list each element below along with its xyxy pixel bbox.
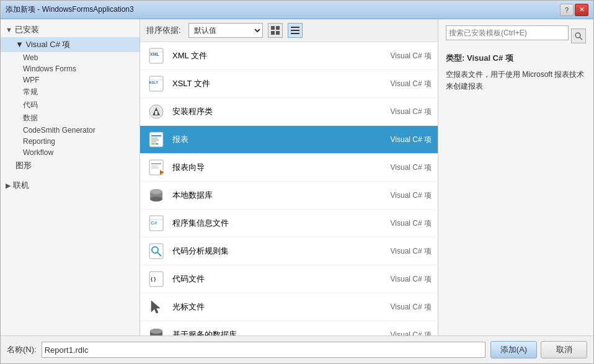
item-name: 光标文件 [172, 301, 370, 313]
sort-label: 排序依据: [146, 25, 181, 36]
svg-rect-35 [149, 244, 163, 259]
sidebar-installed-header[interactable]: ▼ 已安装 [1, 22, 140, 37]
linji-label: 联机 [13, 180, 29, 191]
svg-rect-0 [271, 26, 275, 30]
sidebar-linji-header[interactable]: ▶ 联机 [1, 178, 140, 193]
collapse-arrow-icon: ▼ [6, 26, 12, 33]
item-type: Visual C# 项 [370, 51, 432, 61]
list-item-report[interactable]: 报表 Visual C# 项 [140, 126, 438, 154]
report-wizard-icon [146, 158, 166, 177]
grid-view-button[interactable] [268, 23, 283, 38]
item-type: Visual C# 项 [370, 79, 432, 89]
list-item[interactable]: XSLT XSLT 文件 Visual C# 项 [140, 70, 438, 98]
name-label: 名称(N): [7, 344, 37, 355]
sidebar-item-codesmith[interactable]: CodeSmith Generator [1, 125, 140, 136]
title-bar-text: 添加新项 - WindowsFormsApplication3 [6, 4, 134, 15]
svg-text:XSLT: XSLT [149, 81, 158, 84]
item-type: Visual C# 项 [370, 302, 432, 313]
name-input[interactable] [42, 342, 485, 358]
info-panel: 类型: Visual C# 项 空报表文件，用于使用 Microsoft 报表技… [438, 19, 593, 335]
item-name: 代码文件 [172, 273, 370, 285]
svg-rect-1 [276, 26, 280, 30]
csharp-arrow-icon: ▼ [16, 40, 25, 49]
list-item[interactable]: { } 代码文件 Visual C# 项 [140, 265, 438, 293]
analysis-icon [146, 241, 166, 261]
info-description: 空报表文件，用于使用 Microsoft 报表技术来创建报表 [446, 69, 586, 92]
svg-rect-2 [271, 31, 275, 35]
list-item[interactable]: 本地数据库 Visual C# 项 [140, 182, 438, 210]
help-button[interactable]: ? [560, 4, 574, 16]
svg-rect-17 [151, 135, 161, 136]
item-name: XML 文件 [172, 50, 370, 61]
close-button[interactable]: ✕ [575, 4, 588, 16]
sidebar-item-data[interactable]: 数据 [1, 112, 140, 125]
svg-rect-4 [291, 27, 299, 28]
item-type: Visual C# 项 [370, 330, 432, 336]
sidebar-item-changgui[interactable]: 常规 [1, 86, 140, 99]
svg-rect-19 [151, 140, 159, 141]
item-name: 报表向导 [172, 162, 370, 173]
svg-rect-6 [291, 33, 299, 34]
sidebar-item-visual-csharp[interactable]: ▼ Visual C# 项 [1, 37, 140, 52]
item-type: Visual C# 项 [370, 274, 432, 285]
svg-rect-26 [151, 167, 159, 169]
search-input[interactable] [446, 25, 569, 40]
sort-dropdown[interactable]: 默认值 [188, 23, 263, 38]
toolbar-bar: 排序依据: 默认值 [140, 19, 438, 42]
svg-point-30 [150, 197, 162, 202]
svg-line-47 [580, 37, 582, 40]
svg-text:C#: C# [151, 220, 157, 226]
bottom-bar: 名称(N): 添加(A) 取消 [1, 335, 593, 363]
add-button[interactable]: 添加(A) [490, 341, 537, 358]
dialog-body: ▼ 已安装 ▼ Visual C# 项 Web Windows Forms WP… [1, 19, 593, 363]
svg-marker-40 [151, 301, 160, 313]
title-bar: 添加新项 - WindowsFormsApplication3 ? ✕ [1, 1, 593, 19]
svg-rect-21 [151, 143, 155, 144]
sidebar: ▼ 已安装 ▼ Visual C# 项 Web Windows Forms WP… [1, 19, 140, 335]
sidebar-item-windows-forms[interactable]: Windows Forms [1, 63, 140, 74]
svg-rect-5 [291, 30, 299, 31]
service-db-icon [146, 325, 166, 335]
item-name: 安装程序类 [172, 106, 370, 117]
sidebar-item-tuxing[interactable]: 图形 [1, 158, 140, 173]
item-name: 基于服务的数据库 [172, 329, 370, 335]
sidebar-item-workflow[interactable]: Workflow [1, 147, 140, 158]
item-name: 本地数据库 [172, 190, 370, 201]
cursor-icon [146, 297, 166, 317]
item-name: 报表 [172, 134, 370, 145]
title-bar-buttons: ? ✕ [560, 4, 588, 16]
item-type: Visual C# 项 [370, 246, 432, 257]
list-item[interactable]: 基于服务的数据库 Visual C# 项 [140, 321, 438, 335]
svg-point-31 [150, 189, 162, 194]
list-item[interactable]: 光标文件 Visual C# 项 [140, 293, 438, 321]
assembly-icon: C# [146, 213, 166, 233]
item-type: Visual C# 项 [370, 107, 432, 117]
installer-icon [146, 102, 166, 122]
xslt-icon: XSLT [146, 74, 166, 94]
action-buttons: 添加(A) 取消 [490, 341, 587, 358]
list-item[interactable]: 安装程序类 Visual C# 项 [140, 98, 438, 126]
svg-rect-22 [156, 143, 158, 144]
cancel-button[interactable]: 取消 [541, 341, 587, 358]
sidebar-item-wpf[interactable]: WPF [1, 74, 140, 86]
svg-text:XML: XML [150, 52, 160, 56]
sidebar-item-reporting[interactable]: Reporting [1, 136, 140, 147]
list-item[interactable]: 代码分析规则集 Visual C# 项 [140, 237, 438, 265]
item-type: Visual C# 项 [370, 218, 432, 229]
list-item[interactable]: 报表向导 Visual C# 项 [140, 154, 438, 182]
svg-rect-24 [151, 163, 161, 164]
xml-icon: XML [146, 46, 166, 66]
sidebar-item-code[interactable]: 代码 [1, 99, 140, 112]
svg-rect-18 [151, 138, 157, 139]
search-button[interactable] [571, 29, 586, 43]
info-type-label: 类型: Visual C# 项 [446, 53, 586, 64]
linji-arrow-icon: ▶ [6, 182, 11, 190]
list-view-button[interactable] [288, 23, 303, 38]
center-panel: 排序依据: 默认值 [140, 19, 438, 335]
svg-text:{ }: { } [151, 276, 156, 282]
list-item[interactable]: XML XML 文件 Visual C# 项 [140, 42, 438, 70]
list-item[interactable]: C# 程序集信息文件 Visual C# 项 [140, 210, 438, 237]
database-icon [146, 185, 166, 205]
sidebar-item-web[interactable]: Web [1, 52, 140, 63]
items-list: XML XML 文件 Visual C# 项 XSLT [140, 42, 438, 335]
